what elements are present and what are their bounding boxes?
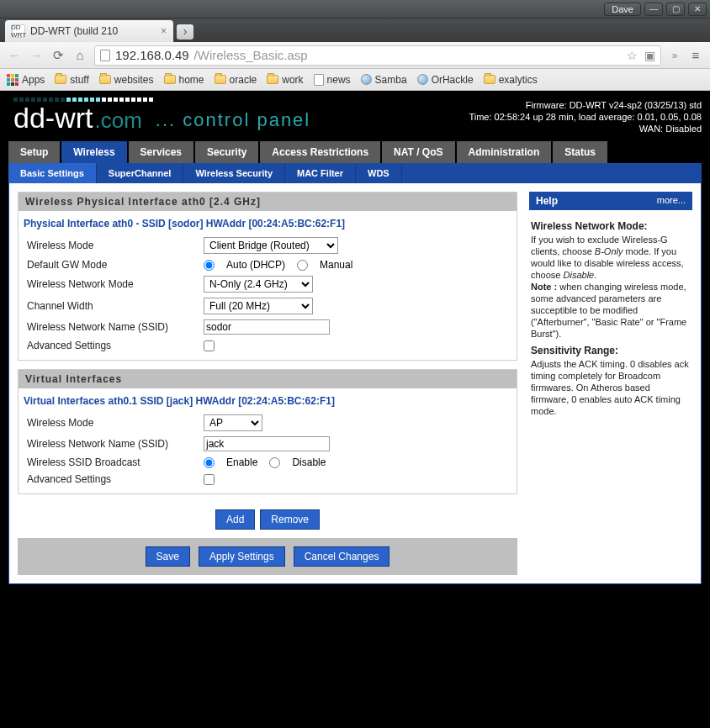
remove-button[interactable]: Remove bbox=[260, 509, 320, 530]
tab-status[interactable]: Status bbox=[553, 141, 607, 163]
select-virt-mode[interactable]: AP bbox=[204, 414, 262, 431]
help-title: Help bbox=[536, 195, 558, 207]
physical-legend: Wireless Physical Interface ath0 [2.4 GH… bbox=[19, 193, 517, 211]
help-more-link[interactable]: more... bbox=[657, 195, 686, 207]
label-network-mode: Wireless Network Mode bbox=[27, 278, 204, 290]
subtab-wireless-security[interactable]: Wireless Security bbox=[183, 163, 285, 183]
tab-wireless[interactable]: Wireless bbox=[61, 141, 126, 163]
select-wireless-mode[interactable]: Client Bridge (Routed) bbox=[204, 237, 338, 254]
tab-setup[interactable]: Setup bbox=[8, 141, 60, 163]
window-titlebar: Dave — ▢ ✕ bbox=[0, 0, 710, 18]
bookmark-oracle[interactable]: oracle bbox=[215, 74, 257, 86]
home-button[interactable]: ⌂ bbox=[72, 48, 87, 63]
maximize-button[interactable]: ▢ bbox=[666, 3, 685, 16]
help-box: Help more... Wireless Network Mode: If y… bbox=[529, 192, 692, 422]
label-virt-advanced: Advanced Settings bbox=[27, 473, 204, 485]
help-p2: Adjusts the ACK timing. 0 disables ack t… bbox=[531, 358, 691, 417]
cancel-button[interactable]: Cancel Changes bbox=[294, 546, 390, 567]
tab-services[interactable]: Services bbox=[129, 141, 193, 163]
subtab-basic-settings[interactable]: Basic Settings bbox=[8, 163, 97, 183]
globe-icon bbox=[417, 74, 428, 85]
bookmark-samba[interactable]: Samba bbox=[361, 74, 407, 86]
folder-icon bbox=[267, 75, 278, 84]
bookmark-orhackle[interactable]: OrHackle bbox=[417, 74, 474, 86]
tab-nat-qos[interactable]: NAT / QoS bbox=[382, 141, 454, 163]
bookmark-stuff[interactable]: stuff bbox=[55, 74, 88, 86]
new-tab-button[interactable]: › bbox=[177, 24, 193, 40]
input-ssid[interactable] bbox=[204, 319, 330, 335]
radio-gw-manual[interactable] bbox=[297, 260, 308, 271]
user-menu[interactable]: Dave bbox=[604, 3, 641, 16]
physical-interface-fieldset: Wireless Physical Interface ath0 [2.4 GH… bbox=[18, 192, 517, 361]
bookmark-websites[interactable]: websites bbox=[99, 74, 154, 86]
tab-security[interactable]: Security bbox=[195, 141, 258, 163]
label-disable: Disable bbox=[292, 456, 326, 468]
label-advanced: Advanced Settings bbox=[27, 340, 204, 351]
apply-button[interactable]: Apply Settings bbox=[199, 546, 285, 567]
firmware-text: Firmware: DD-WRT v24-sp2 (03/25/13) std bbox=[469, 99, 702, 111]
subtab-superchannel[interactable]: SuperChannel bbox=[97, 163, 184, 183]
minimize-button[interactable]: — bbox=[644, 3, 663, 16]
tab-administration[interactable]: Administration bbox=[457, 141, 552, 163]
checkbox-advanced[interactable] bbox=[204, 340, 215, 351]
browser-toolbar: ← → ⟳ ⌂ 192.168.0.49/Wireless_Basic.asp … bbox=[0, 42, 710, 69]
tab-close-icon[interactable]: × bbox=[161, 25, 167, 37]
physical-subheader: Physical Interface ath0 - SSID [sodor] H… bbox=[19, 211, 517, 235]
radio-bcast-enable[interactable] bbox=[204, 457, 215, 468]
subtab-mac-filter[interactable]: MAC Filter bbox=[285, 163, 356, 183]
bookmark-exalytics[interactable]: exalytics bbox=[484, 74, 538, 86]
label-broadcast: Wireless SSID Broadcast bbox=[27, 456, 204, 468]
help-h2: Sensitivity Range: bbox=[531, 345, 691, 356]
label-gw-auto: Auto (DHCP) bbox=[226, 259, 285, 271]
apps-icon bbox=[7, 74, 19, 86]
help-h1: Wireless Network Mode: bbox=[531, 220, 691, 232]
bookmark-news[interactable]: news bbox=[314, 74, 351, 86]
page-icon bbox=[100, 50, 110, 61]
radio-gw-auto[interactable] bbox=[204, 260, 215, 271]
select-network-mode[interactable]: N-Only (2.4 GHz) bbox=[204, 276, 313, 293]
status-info: Firmware: DD-WRT v24-sp2 (03/25/13) std … bbox=[469, 96, 702, 136]
save-button[interactable]: Save bbox=[146, 546, 190, 567]
add-button[interactable]: Add bbox=[215, 509, 255, 530]
input-virt-ssid[interactable] bbox=[204, 436, 330, 451]
virtual-subheader: Virtual Interfaces ath0.1 SSID [jack] HW… bbox=[19, 388, 517, 412]
page-icon bbox=[314, 74, 324, 86]
device-icon[interactable]: ▣ bbox=[644, 49, 655, 62]
decoration-dots bbox=[8, 96, 310, 102]
label-gw-manual: Manual bbox=[320, 259, 352, 271]
time-text: Time: 02:58:24 up 28 min, load average: … bbox=[469, 111, 702, 123]
bookmark-work[interactable]: work bbox=[267, 74, 303, 86]
menu-button[interactable]: ≡ bbox=[688, 48, 703, 63]
label-channel-width: Channel Width bbox=[27, 300, 204, 312]
radio-bcast-disable[interactable] bbox=[269, 457, 280, 468]
tab-access-restrictions[interactable]: Access Restrictions bbox=[260, 141, 380, 163]
bookmark-home[interactable]: home bbox=[164, 74, 204, 86]
url-host: 192.168.0.49 bbox=[115, 48, 189, 62]
wan-text: WAN: Disabled bbox=[469, 123, 702, 135]
browser-tabstrip: DDWRT DD-WRT (build 210 × › bbox=[0, 18, 710, 42]
checkbox-virt-advanced[interactable] bbox=[204, 474, 215, 485]
folder-icon bbox=[484, 75, 495, 84]
subtab-wds[interactable]: WDS bbox=[356, 163, 402, 183]
close-button[interactable]: ✕ bbox=[688, 3, 707, 16]
action-bar: Save Apply Settings Cancel Changes bbox=[18, 538, 517, 575]
folder-icon bbox=[99, 75, 111, 84]
label-ssid: Wireless Network Name (SSID) bbox=[27, 321, 204, 333]
overflow-button[interactable]: » bbox=[668, 50, 681, 61]
browser-tab[interactable]: DDWRT DD-WRT (build 210 × bbox=[5, 20, 173, 42]
reload-button[interactable]: ⟳ bbox=[50, 48, 66, 63]
address-bar[interactable]: 192.168.0.49/Wireless_Basic.asp ☆ ▣ bbox=[94, 45, 661, 66]
back-button[interactable]: ← bbox=[7, 48, 22, 63]
virtual-interfaces-fieldset: Virtual Interfaces Virtual Interfaces at… bbox=[18, 369, 517, 494]
virtual-legend: Virtual Interfaces bbox=[19, 370, 517, 388]
forward-button[interactable]: → bbox=[29, 48, 44, 63]
user-name: Dave bbox=[612, 4, 633, 14]
label-virt-ssid: Wireless Network Name (SSID) bbox=[27, 438, 204, 450]
help-p1: If you wish to exclude Wireless-G client… bbox=[531, 234, 691, 340]
label-virt-mode: Wireless Mode bbox=[27, 417, 204, 429]
bookmark-apps[interactable]: Apps bbox=[7, 74, 45, 86]
select-channel-width[interactable]: Full (20 MHz) bbox=[204, 298, 313, 314]
globe-icon bbox=[361, 74, 372, 85]
bookmarks-bar: Apps stuff websites home oracle work new… bbox=[0, 69, 710, 91]
star-icon[interactable]: ☆ bbox=[627, 49, 638, 62]
